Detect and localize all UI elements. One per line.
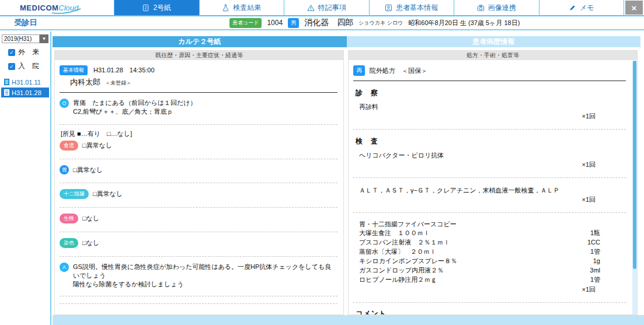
patient-birthdate: 昭和60年8月20日 生 (37歳 5ヶ月 18日) <box>408 19 520 27</box>
scrollbar-thumb[interactable] <box>633 61 636 269</box>
tab-special-notes[interactable]: 特記事項 <box>284 0 370 15</box>
medication-name: ガスコンドロップ内用液２％ <box>359 266 444 275</box>
date-item-selected[interactable]: H31.01.28 <box>1 88 49 97</box>
prescription-type: 院外処方 ＜国保＞ <box>370 67 427 75</box>
finding-text: □異常なし <box>73 166 103 174</box>
prescription-procedure-panel: 処方・手術・処置等 再 院外処方 ＜国保＞ 診 察 再診料 ×1回 検 査 ヘリ… <box>348 50 638 315</box>
section-tests: 検 査 <box>356 137 626 146</box>
medication-qty: 1管 <box>590 275 626 284</box>
tab-label: 特記事項 <box>318 3 346 13</box>
chart-page-icon <box>4 89 9 96</box>
patient-kana: ショウカキ シロウ <box>358 19 403 27</box>
chart-page-icon <box>4 79 9 85</box>
inpatient-label: 入 院 <box>18 61 39 71</box>
left-column-header: 既往歴・原因・主要症状・経過等 <box>55 51 343 60</box>
tab-label: 患者基本情報 <box>396 3 438 13</box>
divider <box>60 303 337 304</box>
checkbox-check-icon: ✓ <box>8 49 15 56</box>
times-count: ×1回 <box>353 195 626 204</box>
stain-badge: 染色 <box>60 238 78 248</box>
basic-info-entry: 基本情報 H31.01.28 14:35:00 内科太郎 ＜未登録＞ <box>60 65 337 88</box>
duodenum-badge: 十二指腸 <box>60 189 89 199</box>
chart-panels: 既往歴・原因・主要症状・経過等 基本情報 H31.01.28 14:35:00 … <box>54 50 638 315</box>
vertical-scrollbar[interactable] <box>632 61 637 314</box>
checkbox-check-icon: ✓ <box>8 63 15 70</box>
outpatient-label: 外 来 <box>18 47 39 57</box>
medication-qty: 1g <box>593 257 626 265</box>
revisit-entry: 再 院外処方 ＜国保＞ <box>353 65 626 76</box>
medication-row: キシロカインポンプスプレー８％ 1g <box>359 257 626 265</box>
patient-name: 消化器 四郎 <box>304 18 353 28</box>
medication-name: ブスコパン注射液 ２％１ｍｌ <box>359 238 450 247</box>
divider <box>60 256 337 257</box>
camera-icon <box>477 4 485 12</box>
medication-name: 蒸留水〔大塚〕 ２０ｍｌ <box>359 247 436 256</box>
year-select[interactable]: 2019(H31) <box>2 34 40 43</box>
test-item-blood-panel: ＡＬＴ，ＡＳＴ，γ−ＧＴ，クレアチニン，末梢血液一般検査，ＡＬＰ <box>359 186 626 194</box>
history-symptoms-panel: 既往歴・原因・主要症状・経過等 基本情報 H31.01.28 14:35:00 … <box>54 50 344 315</box>
esophagus-badge: 食道 <box>60 141 78 151</box>
doctor-name: 内科太郎 <box>70 77 100 88</box>
divider <box>60 159 337 159</box>
top-navigation: MEDICOM Cloud 2 2号紙 検査結果 <box>0 0 644 16</box>
divider <box>60 183 337 183</box>
date-label: H31.01.11 <box>12 79 41 86</box>
visit-date-list: H31.01.11 H31.01.28 <box>0 77 50 97</box>
objective-badge: O <box>60 99 69 108</box>
medicom-cloud-app: MEDICOM Cloud 2 2号紙 検査結果 <box>0 0 644 325</box>
divider <box>353 212 626 213</box>
tab-image-link[interactable]: 画像連携 <box>454 0 539 15</box>
finding-text: □なし <box>82 214 99 223</box>
objective-entry: O 胃痛 たまにある（前回からは１回だけ） C2,前彎び＋＋、底／角大；胃底ｐ <box>60 99 337 116</box>
finding-text: □なし <box>82 239 99 247</box>
medication-row: ガスコンドロップ内用液２％ 3ml <box>359 266 626 275</box>
date-item[interactable]: H31.01.11 <box>1 77 49 87</box>
logo-swoosh <box>51 8 82 14</box>
tab-patient-history[interactable]: 患者病歴情報 <box>347 36 641 47</box>
date-label: H31.01.28 <box>12 89 41 96</box>
finding-row-duodenum: 十二指腸 □異常なし <box>60 189 337 199</box>
svg-text:2: 2 <box>145 6 147 10</box>
times-count: ×1回 <box>353 160 626 169</box>
inpatient-checkbox[interactable]: ✓ 入 院 <box>8 61 50 71</box>
tab-memo[interactable]: メモ <box>539 0 625 15</box>
outpatient-checkbox[interactable]: ✓ 外 来 <box>8 47 50 57</box>
finding-row-esophagus: 食道 □異常なし <box>60 141 337 151</box>
doctor-note: ＜未登録＞ <box>105 79 131 87</box>
finding-row-stomach: 胃 □異常なし <box>60 165 337 174</box>
medication-qty: 3ml <box>590 266 626 275</box>
finding-text: □異常なし <box>82 141 112 150</box>
person-icon <box>385 4 392 12</box>
tab-test-results[interactable]: 検査結果 <box>200 0 285 15</box>
divider <box>60 92 337 93</box>
tab-label: メモ <box>580 3 594 13</box>
medication-row: ロヒプノール静注用２ｍｇ 1管 <box>359 275 626 284</box>
chart-panel-tabs: カルテ２号紙 患者病歴情報 <box>53 36 640 47</box>
divider <box>60 207 337 208</box>
medication-qty: 1瓶 <box>590 229 626 237</box>
objective-line1: 胃痛 たまにある（前回からは１回だけ） <box>73 99 197 107</box>
medication-name: キシロカインポンプスプレー８％ <box>359 257 457 265</box>
main-content: カルテ２号紙 患者病歴情報 既往歴・原因・主要症状・経過等 基本情報 H31.0… <box>53 32 644 325</box>
tab-no2-sheet[interactable]: 2 2号紙 <box>114 0 200 15</box>
tab-patient-info[interactable]: 患者基本情報 <box>370 0 455 15</box>
header-row: 受診日 患者コード 1004 男 消化器 四郎 ショウカキ シロウ 昭和60年8… <box>0 16 644 30</box>
entry-datetime: H31.01.28 14:35:00 <box>93 66 155 75</box>
stomach-badge: 胃 <box>60 165 69 174</box>
finding-row-stain: 染色 □なし <box>60 238 337 248</box>
close-button[interactable]: × <box>625 1 643 15</box>
medication-row: 蒸留水〔大塚〕 ２０ｍｌ 1管 <box>359 247 626 256</box>
divider <box>60 296 337 296</box>
document-2-icon: 2 <box>142 4 149 12</box>
revisit-badge: 再 <box>353 65 365 76</box>
tab-karte-no2[interactable]: カルテ２号紙 <box>53 36 347 47</box>
medication-qty: 1CC <box>587 238 626 247</box>
exam-item: 再診料 <box>359 103 626 111</box>
year-dropdown-button[interactable]: ▼ <box>40 34 48 43</box>
right-column-header: 処方・手術・処置等 <box>349 51 637 60</box>
biopsy-badge: 生検 <box>60 214 78 223</box>
divider <box>353 177 626 178</box>
bottom-strip <box>53 315 644 325</box>
warning-icon <box>307 4 315 12</box>
patient-flag-badge: 男 <box>288 18 299 28</box>
